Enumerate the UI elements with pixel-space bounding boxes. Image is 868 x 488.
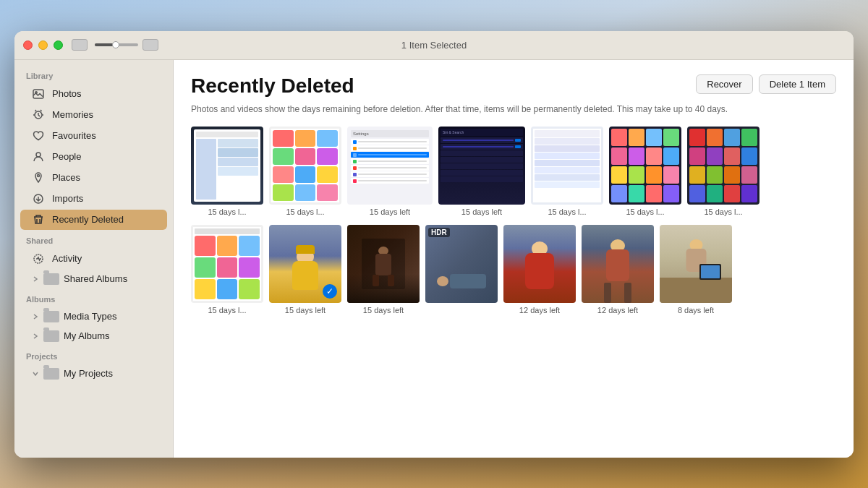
sidebar-item-places[interactable]: Places	[20, 168, 167, 188]
library-section-label: Library	[14, 66, 173, 83]
sidebar-item-my-albums-label: My Albums	[64, 330, 110, 341]
chevron-right-icon-3	[32, 333, 39, 340]
photo-caption-3: 15 days left	[370, 207, 410, 216]
sidebar-item-activity[interactable]: Activity	[20, 249, 167, 269]
photo-item-6[interactable]: 15 days l...	[609, 127, 681, 216]
photo-item-10[interactable]: 15 days left	[347, 225, 420, 314]
subtitle-text: Photos and videos show the days remainin…	[191, 103, 836, 116]
sidebar-item-media-types[interactable]: Media Types	[20, 307, 167, 326]
sidebar-item-shared-albums[interactable]: Shared Albums	[20, 270, 167, 288]
imports-icon	[32, 192, 45, 205]
sidebar-item-imports-label: Imports	[52, 193, 83, 204]
photos-window: 1 Item Selected Library Photos	[14, 31, 854, 458]
sidebar-item-my-albums[interactable]: My Albums	[20, 327, 167, 346]
activity-icon	[32, 252, 45, 265]
sidebar-item-my-projects-label: My Projects	[64, 368, 113, 379]
sidebar-item-memories[interactable]: Memories	[20, 105, 167, 125]
sidebar-item-activity-label: Activity	[52, 253, 82, 264]
photo-item-11[interactable]: HDR	[425, 225, 498, 314]
memories-icon	[32, 108, 45, 121]
sidebar-item-recently-deleted[interactable]: Recently Deleted	[20, 210, 167, 230]
sidebar-item-media-types-label: Media Types	[64, 311, 116, 322]
sidebar-item-recently-deleted-label: Recently Deleted	[52, 214, 124, 225]
folder-icon	[43, 273, 59, 285]
sidebar-item-memories-label: Memories	[52, 109, 93, 120]
chevron-right-icon	[32, 275, 39, 283]
svg-point-4	[38, 174, 40, 176]
photo-caption-9: 15 days left	[285, 306, 326, 314]
photo-caption-13: 12 days left	[597, 306, 638, 314]
photo-caption-2: 15 days l...	[286, 207, 324, 216]
maximize-button[interactable]	[54, 40, 63, 50]
sidebar-toggle[interactable]	[72, 39, 88, 51]
folder-icon-2	[43, 311, 59, 322]
photo-item-9[interactable]: ✓ 15 days left	[269, 225, 341, 314]
photo-item-3[interactable]: Settings	[347, 127, 433, 216]
photo-item-7[interactable]: 15 days l...	[687, 127, 760, 216]
photo-caption-6: 15 days l...	[626, 207, 664, 216]
header-buttons: Recover Delete 1 Item	[696, 74, 836, 94]
photo-item-4[interactable]: Siri & Search	[438, 127, 525, 216]
sidebar-item-shared-albums-label: Shared Albums	[64, 273, 127, 284]
photo-caption-4: 15 days left	[461, 207, 502, 216]
photo-icon	[32, 87, 45, 100]
svg-point-3	[36, 153, 41, 157]
photo-caption-1: 15 days l...	[208, 207, 246, 216]
sidebar-item-imports[interactable]: Imports	[20, 189, 167, 209]
window-title: 1 Item Selected	[401, 40, 467, 51]
traffic-lights	[23, 40, 63, 50]
places-icon	[32, 171, 45, 184]
photo-caption-8: 15 days l...	[208, 306, 246, 314]
delete-button[interactable]: Delete 1 Item	[759, 74, 836, 94]
heart-icon	[32, 129, 45, 142]
trash-icon	[32, 213, 45, 226]
minimize-button[interactable]	[38, 40, 48, 50]
photo-area-header: Recently Deleted Recover Delete 1 Item	[191, 74, 836, 98]
photo-row-1: 15 days l...	[191, 127, 836, 216]
person-icon	[32, 150, 45, 163]
photo-caption-5: 15 days l...	[548, 207, 586, 216]
zoom-slider[interactable]	[95, 43, 138, 46]
photo-caption-12: 12 days left	[519, 306, 560, 314]
sidebar-item-favourites-label: Favourites	[52, 130, 96, 141]
sidebar-item-places-label: Places	[52, 172, 80, 183]
photo-area: Recently Deleted Recover Delete 1 Item P…	[174, 60, 854, 458]
photo-item-13[interactable]: 12 days left	[582, 225, 654, 314]
folder-icon-3	[43, 330, 59, 342]
projects-section-label: Projects	[14, 346, 173, 364]
photo-item-5[interactable]: 15 days l...	[531, 127, 603, 216]
photo-item-14[interactable]: 8 days left	[660, 225, 732, 314]
close-button[interactable]	[23, 40, 33, 50]
photo-row-2: 15 days l...	[191, 225, 836, 314]
sidebar-item-favourites[interactable]: Favourites	[20, 126, 167, 146]
sidebar: Library Photos	[14, 60, 174, 458]
photo-item-12[interactable]: 12 days left	[503, 225, 576, 314]
titlebar: 1 Item Selected	[14, 31, 854, 60]
photo-item-2[interactable]: 15 days l...	[269, 127, 341, 216]
hdr-badge: HDR	[428, 228, 450, 237]
titlebar-controls	[72, 39, 158, 51]
photo-caption-7: 15 days l...	[704, 207, 742, 216]
albums-section-label: Albums	[14, 289, 173, 307]
sidebar-item-people[interactable]: People	[20, 147, 167, 167]
photo-caption-10: 15 days left	[363, 306, 404, 314]
sidebar-item-people-label: People	[52, 151, 81, 162]
photo-item-8[interactable]: 15 days l...	[191, 225, 263, 314]
folder-icon-4	[43, 368, 59, 380]
sidebar-item-photos[interactable]: Photos	[20, 84, 167, 104]
photo-item-1[interactable]: 15 days l...	[191, 127, 263, 216]
chevron-right-icon-2	[32, 313, 39, 320]
sidebar-item-my-projects[interactable]: My Projects	[20, 364, 167, 383]
shared-section-label: Shared	[14, 231, 173, 248]
main-content: Library Photos	[14, 60, 854, 458]
photo-caption-14: 8 days left	[678, 306, 714, 314]
sidebar-item-photos-label: Photos	[52, 88, 81, 99]
recover-button[interactable]: Recover	[696, 74, 752, 94]
page-title: Recently Deleted	[191, 74, 354, 98]
chevron-down-icon	[32, 370, 39, 377]
view-toggle[interactable]	[142, 39, 158, 51]
